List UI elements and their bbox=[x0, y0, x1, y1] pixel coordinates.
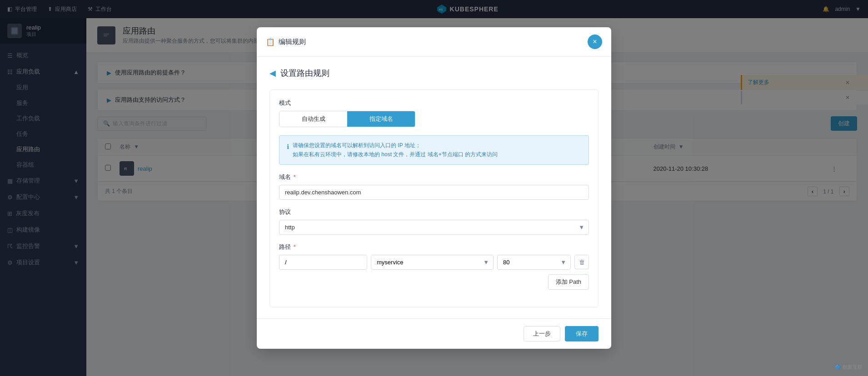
path-input[interactable] bbox=[279, 255, 367, 270]
watermark: 🔷 创新互联 bbox=[835, 363, 863, 371]
dialog-title-row: ◀ 设置路由规则 bbox=[269, 68, 599, 79]
add-path-row: 添加 Path bbox=[279, 274, 589, 290]
prev-step-button[interactable]: 上一步 bbox=[524, 326, 560, 341]
dialog-body: ◀ 设置路由规则 模式 自动生成 指定域名 ℹ 请确保您设置的域名可以解析到访问… bbox=[257, 57, 611, 318]
port-select[interactable]: 80 bbox=[497, 255, 571, 270]
dialog-header-icon: 📋 bbox=[266, 38, 275, 46]
mode-label: 模式 bbox=[279, 99, 589, 107]
path-row: myservice ▼ 80 ▼ 🗑 bbox=[279, 255, 589, 270]
protocol-select-wrapper: http https ▼ bbox=[279, 220, 589, 235]
save-button[interactable]: 保存 bbox=[565, 326, 599, 341]
domain-input[interactable] bbox=[279, 185, 589, 200]
watermark-text: 🔷 创新互联 bbox=[835, 364, 863, 370]
dialog-close-button[interactable]: × bbox=[588, 35, 602, 49]
form-section: 模式 自动生成 指定域名 ℹ 请确保您设置的域名可以解析到访问入口的 IP 地址… bbox=[269, 89, 599, 307]
protocol-select[interactable]: http https bbox=[279, 220, 589, 235]
protocol-label: 协议 bbox=[279, 208, 589, 216]
dialog-overlay: 📋 编辑规则 × ◀ 设置路由规则 模式 自动生成 指定域名 bbox=[0, 0, 868, 376]
back-arrow-button[interactable]: ◀ bbox=[269, 68, 276, 78]
mode-domain-button[interactable]: 指定域名 bbox=[347, 111, 415, 127]
dialog-footer: 上一步 保存 bbox=[257, 318, 611, 349]
info-icon: ℹ bbox=[287, 142, 289, 152]
dialog-header-title-area: 📋 编辑规则 bbox=[266, 38, 306, 46]
domain-label: 域名 * bbox=[279, 173, 589, 181]
path-required-star: * bbox=[294, 243, 296, 250]
add-path-button[interactable]: 添加 Path bbox=[548, 274, 589, 290]
info-line-2: 如果在私有云环境中，请修改本地的 host 文件，并通过 域名+节点端口 的方式… bbox=[293, 150, 498, 159]
info-line-1: 请确保您设置的域名可以解析到访问入口的 IP 地址； bbox=[293, 141, 498, 150]
port-select-wrapper: 80 ▼ bbox=[497, 255, 571, 270]
protocol-field: 协议 http https ▼ bbox=[279, 208, 589, 235]
mode-toggle-group: 自动生成 指定域名 bbox=[279, 111, 415, 127]
domain-required-star: * bbox=[294, 173, 296, 180]
service-select-wrapper: myservice ▼ bbox=[371, 255, 494, 270]
dialog-title: 设置路由规则 bbox=[280, 68, 329, 79]
path-label: 路径 * bbox=[279, 243, 589, 251]
domain-field: 域名 * bbox=[279, 173, 589, 200]
dialog-header: 📋 编辑规则 × bbox=[257, 27, 611, 57]
path-field: 路径 * myservice ▼ 80 bbox=[279, 243, 589, 290]
edit-rule-dialog: 📋 编辑规则 × ◀ 设置路由规则 模式 自动生成 指定域名 bbox=[257, 27, 611, 348]
path-delete-button[interactable]: 🗑 bbox=[574, 255, 589, 269]
info-banner-text: 请确保您设置的域名可以解析到访问入口的 IP 地址； 如果在私有云环境中，请修改… bbox=[293, 141, 498, 158]
mode-field: 模式 自动生成 指定域名 bbox=[279, 99, 589, 127]
dialog-header-title: 编辑规则 bbox=[279, 38, 306, 46]
service-select[interactable]: myservice bbox=[371, 255, 494, 270]
mode-auto-button[interactable]: 自动生成 bbox=[279, 111, 347, 127]
info-banner: ℹ 请确保您设置的域名可以解析到访问入口的 IP 地址； 如果在私有云环境中，请… bbox=[279, 135, 589, 164]
